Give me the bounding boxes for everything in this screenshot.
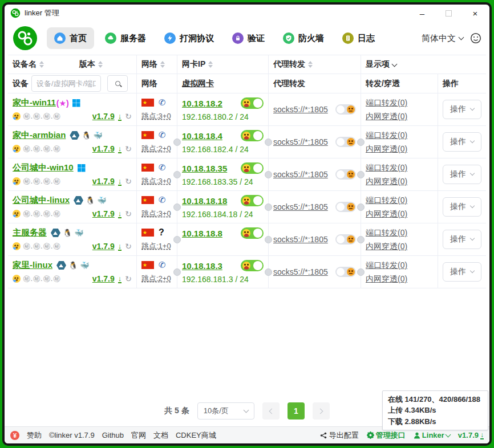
donate-link[interactable]: 赞助 — [27, 430, 42, 441]
relay-dot[interactable] — [173, 203, 181, 211]
display-options-menu[interactable]: 显示项 — [361, 55, 486, 74]
tab-verify[interactable]: 验证 — [225, 27, 272, 49]
tunnel-link[interactable]: 内网穿透(0) — [366, 273, 433, 284]
relay-dot[interactable] — [357, 171, 365, 178]
export-config-button[interactable]: 导出配置 — [320, 430, 359, 441]
relay-dot[interactable] — [173, 171, 181, 178]
tab-home[interactable]: 首页 — [47, 27, 94, 49]
sort-header-nic-ip[interactable]: 网卡IP — [177, 55, 269, 74]
proxy-link[interactable]: socks5://*:1805 — [273, 105, 328, 114]
download-icon[interactable]: ↓ — [118, 275, 122, 283]
user-menu[interactable]: Linker — [414, 431, 450, 439]
hops-link[interactable]: 跳点:3+0 — [141, 111, 171, 121]
download-icon[interactable]: ↓ — [118, 112, 122, 121]
refresh-icon[interactable]: ↻ — [125, 112, 132, 120]
relay-dot[interactable] — [173, 236, 181, 243]
action-button[interactable]: 操作 — [443, 132, 481, 152]
vip-toggle[interactable] — [241, 162, 264, 174]
app-version[interactable]: v1.7.9 ↓ — [458, 431, 484, 439]
minimize-button[interactable]: – — [418, 9, 426, 17]
relay-dot[interactable] — [173, 139, 181, 146]
device-name-link[interactable]: 主服务器 — [13, 227, 47, 238]
tunnel-link[interactable]: 内网穿透(0) — [366, 143, 433, 154]
action-button[interactable]: 操作 — [443, 165, 481, 184]
sort-header-device[interactable]: 设备名 — [8, 55, 75, 74]
maximize-button[interactable] — [446, 10, 452, 17]
device-name-link[interactable]: 家里-linux — [13, 260, 52, 271]
virtual-ip-link[interactable]: 10.18.18.18 — [182, 196, 227, 206]
proxy-link[interactable]: socks5://*:1805 — [273, 170, 328, 179]
hops-link[interactable]: 跳点:1+0 — [141, 241, 171, 251]
proxy-toggle[interactable] — [335, 169, 356, 180]
refresh-icon[interactable]: ↻ — [125, 145, 132, 153]
vnic-toggle-link[interactable]: 虚拟网卡 — [182, 79, 214, 89]
port-forward-link[interactable]: 端口转发(0) — [366, 259, 433, 271]
refresh-icon[interactable]: ↻ — [125, 242, 132, 250]
tab-punch-protocol[interactable]: 打洞协议 — [157, 27, 221, 49]
refresh-icon[interactable]: ↻ — [125, 177, 132, 185]
sort-header-network[interactable]: 网络 — [137, 55, 177, 74]
close-button[interactable]: × — [471, 9, 479, 17]
action-button[interactable]: 操作 — [443, 197, 481, 217]
vip-toggle[interactable] — [241, 97, 264, 109]
next-page-button[interactable] — [313, 402, 330, 420]
tunnel-link[interactable]: 内网穿透(0) — [366, 208, 433, 219]
relay-dot[interactable] — [265, 139, 272, 146]
version-link[interactable]: v1.7.9 — [92, 209, 115, 218]
virtual-ip-link[interactable]: 10.18.18.8 — [182, 229, 222, 238]
relay-dot[interactable] — [357, 139, 365, 146]
relay-dot[interactable] — [357, 268, 365, 276]
face-theme-icon[interactable] — [470, 32, 481, 44]
vip-toggle[interactable] — [241, 130, 264, 141]
cdkey-store-link[interactable]: CDKEY商城 — [176, 430, 216, 441]
virtual-ip-link[interactable]: 10.18.18.4 — [182, 131, 222, 141]
relay-dot[interactable] — [265, 236, 272, 243]
relay-dot[interactable] — [265, 268, 272, 276]
proxy-link[interactable]: socks5://*:1805 — [273, 235, 328, 244]
vip-toggle[interactable] — [241, 195, 264, 206]
website-link[interactable]: 官网 — [131, 430, 146, 441]
vip-toggle[interactable] — [241, 260, 264, 271]
hops-link[interactable]: 跳点:3+0 — [141, 176, 171, 186]
port-forward-link[interactable]: 端口转发(0) — [366, 97, 433, 108]
tab-logs[interactable]: 日志 — [335, 27, 382, 49]
hops-link[interactable]: 跳点:2+0 — [141, 274, 171, 284]
download-icon[interactable]: ↓ — [118, 177, 122, 186]
tunnel-link[interactable]: 内网穿透(0) — [366, 241, 433, 252]
hops-link[interactable]: 跳点:3+0 — [141, 209, 171, 219]
proxy-toggle[interactable] — [335, 234, 356, 245]
tab-firewall[interactable]: 防火墙 — [276, 27, 331, 49]
download-icon[interactable]: ↓ — [118, 210, 122, 218]
action-button[interactable]: 操作 — [443, 100, 481, 119]
relay-dot[interactable] — [173, 268, 181, 276]
port-forward-link[interactable]: 端口转发(0) — [366, 194, 433, 206]
search-button[interactable] — [107, 75, 128, 92]
virtual-ip-link[interactable]: 10.18.18.35 — [182, 164, 227, 173]
language-selector[interactable]: 简体中文 — [422, 33, 463, 44]
hops-link[interactable]: 跳点:2+0 — [141, 144, 171, 154]
tunnel-link[interactable]: 内网穿透(0) — [366, 176, 433, 187]
relay-dot[interactable] — [265, 171, 272, 178]
download-icon[interactable]: ↓ — [118, 145, 122, 153]
page-size-select[interactable]: 10条/页 — [197, 402, 254, 420]
page-1-button[interactable]: 1 — [288, 402, 305, 420]
relay-dot[interactable] — [265, 203, 272, 211]
version-link[interactable]: v1.7.9 — [92, 177, 115, 186]
proxy-toggle[interactable] — [335, 104, 356, 115]
proxy-toggle[interactable] — [335, 267, 356, 277]
device-name-link[interactable]: 公司城中-win10 — [13, 162, 74, 173]
port-forward-link[interactable]: 端口转发(0) — [366, 129, 433, 141]
version-link[interactable]: v1.7.9 — [92, 274, 115, 283]
prev-page-button[interactable] — [262, 402, 280, 420]
version-link[interactable]: v1.7.9 — [92, 242, 115, 251]
virtual-ip-link[interactable]: 10.18.18.3 — [182, 261, 222, 271]
refresh-icon[interactable]: ↻ — [125, 210, 132, 218]
relay-dot[interactable] — [357, 236, 365, 243]
sort-header-proxy[interactable]: 代理转发 — [269, 55, 361, 74]
sort-header-version[interactable]: 版本 — [75, 55, 137, 74]
version-link[interactable]: v1.7.9 — [92, 144, 115, 153]
action-button[interactable]: 操作 — [443, 262, 481, 282]
port-forward-link[interactable]: 端口转发(0) — [366, 227, 433, 238]
docs-link[interactable]: 文档 — [153, 430, 168, 441]
device-name-link[interactable]: 家中-win11 — [13, 97, 56, 108]
